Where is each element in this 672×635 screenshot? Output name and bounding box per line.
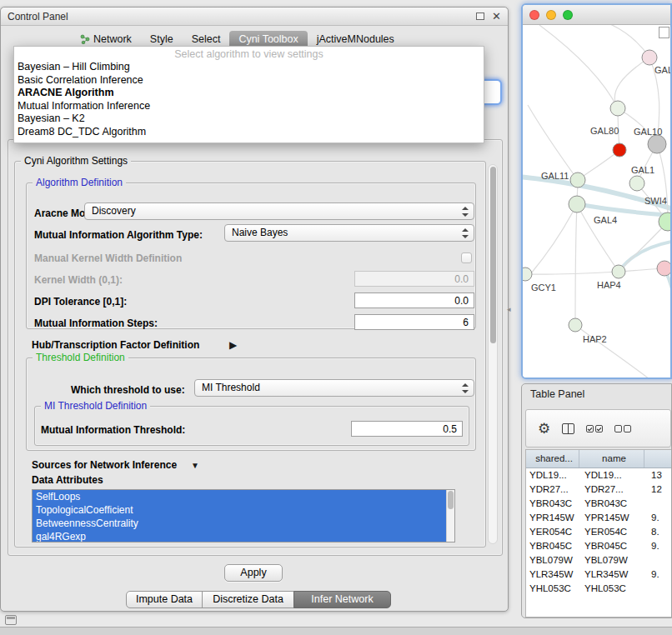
network-edge[interactable] — [539, 25, 618, 108]
manual-kernel-label: Manual Kernel Width Definition — [34, 252, 182, 264]
mi-type-select[interactable]: Naive Bayes — [224, 224, 474, 242]
attribute-rows: SelfLoopsTopologicalCoefficientBetweenne… — [33, 490, 454, 542]
group-title: Algorithm Definition — [33, 177, 126, 188]
network-node[interactable] — [523, 268, 532, 281]
tab-impute-data[interactable]: Impute Data — [126, 591, 203, 608]
network-edge[interactable] — [604, 25, 649, 58]
combo-arrows-icon — [462, 383, 469, 393]
network-node[interactable] — [569, 196, 585, 212]
dpi-tolerance-label: DPI Tolerance [0,1]: — [34, 296, 127, 308]
column-header-shared[interactable]: shared... — [526, 450, 579, 468]
table-toolbar: ⚙ — [525, 409, 671, 448]
attribute-item[interactable]: TopologicalCoefficient — [33, 503, 454, 517]
mi-steps-field[interactable] — [354, 314, 474, 330]
table-cell: YBR045C — [526, 539, 579, 553]
network-edge[interactable] — [525, 272, 619, 274]
network-scroll-button[interactable] — [659, 27, 669, 38]
expand-right-icon[interactable]: ▶ — [229, 339, 237, 351]
close-traffic-light[interactable] — [529, 10, 539, 20]
network-node[interactable] — [610, 101, 625, 116]
group-title: Threshold Definition — [33, 352, 128, 363]
table-row[interactable]: YLR345WYLR345W9. — [526, 568, 672, 582]
attribute-item[interactable]: BetweennessCentrality — [33, 517, 454, 530]
algorithm-dropdown-popup: Select algorithm to view settings Bayesi… — [13, 46, 484, 143]
table-cell: YDR27... — [579, 482, 644, 497]
scrollbar-thumb[interactable] — [490, 167, 496, 343]
table-row[interactable]: YPR145WYPR145W9. — [526, 511, 672, 525]
attribute-item[interactable]: gal4RGexp — [33, 530, 454, 542]
select-all-icon[interactable] — [586, 425, 603, 432]
which-threshold-select[interactable]: MI Threshold — [194, 379, 474, 397]
algorithm-option[interactable]: Dream8 DC_TDC Algorithm — [14, 126, 484, 139]
network-node[interactable] — [648, 135, 666, 153]
collapse-down-icon[interactable]: ▼ — [191, 461, 199, 470]
settings-scrollbar[interactable] — [488, 164, 498, 544]
network-node-label: GAL10 — [634, 127, 662, 137]
network-node[interactable] — [642, 50, 657, 65]
algorithm-option[interactable]: Mutual Information Inference — [14, 100, 484, 113]
dpi-tolerance-field[interactable] — [354, 292, 474, 308]
table-cell: 12 — [644, 482, 672, 497]
network-icon — [80, 34, 90, 44]
manual-kernel-checkbox[interactable] — [461, 252, 472, 263]
column-header-extra[interactable] — [644, 450, 672, 468]
attribute-item[interactable]: SelfLoops — [33, 490, 454, 503]
zoom-traffic-light[interactable] — [563, 10, 573, 20]
scrollbar-thumb[interactable] — [448, 491, 454, 509]
network-edge[interactable] — [528, 105, 578, 180]
attributes-scrollbar[interactable] — [446, 490, 454, 542]
minimize-traffic-light[interactable] — [546, 10, 556, 20]
network-node[interactable] — [613, 143, 626, 157]
deselect-all-icon[interactable] — [614, 425, 631, 432]
table-row[interactable]: YBL079WYBL079W — [526, 553, 672, 568]
aracne-mode-select[interactable]: Discovery — [84, 202, 474, 220]
sources-label[interactable]: Sources for Network Inference — [32, 459, 177, 471]
column-header-name[interactable]: name — [579, 450, 644, 468]
apply-button[interactable]: Apply — [224, 564, 283, 582]
table-body: YDL19...YDL19...13YDR27...YDR27...12YBR0… — [526, 468, 672, 596]
network-node[interactable] — [569, 318, 582, 332]
network-canvas[interactable]: GALGAL80GAL10GAL11GAL1SWI4GAL4GCY1HAP4HA… — [523, 25, 672, 379]
tab-discretize-data[interactable]: Discretize Data — [202, 591, 294, 608]
network-node[interactable] — [612, 265, 625, 278]
mi-steps-label: Mutual Information Steps: — [34, 318, 158, 329]
close-window-icon[interactable]: ✕ — [492, 12, 501, 22]
control-panel-titlebar[interactable]: Control Panel ✕ — [1, 8, 508, 26]
table-row[interactable]: YDL19...YDL19...13 — [526, 468, 672, 482]
mi-threshold-field[interactable] — [351, 421, 463, 437]
table-row[interactable]: YDR27...YDR27...12 — [526, 482, 672, 497]
network-node[interactable] — [629, 176, 644, 191]
algorithm-option[interactable]: ARACNE Algorithm — [14, 87, 484, 100]
network-edge[interactable] — [575, 204, 577, 325]
gear-icon[interactable]: ⚙ — [538, 422, 550, 436]
algorithm-option[interactable]: Basic Correlation Inference — [14, 74, 484, 88]
columns-icon[interactable] — [562, 423, 574, 434]
algorithm-option[interactable]: Bayesian – K2 — [14, 112, 484, 126]
network-node[interactable] — [657, 261, 672, 276]
network-node-label: GAL11 — [541, 171, 569, 181]
table-cell: YLR345W — [526, 568, 579, 582]
network-node[interactable] — [570, 172, 585, 188]
network-edge[interactable] — [575, 325, 649, 379]
panel-divider-handle[interactable]: ◂ — [507, 305, 511, 313]
algorithm-option[interactable]: Bayesian – Hill Climbing — [14, 61, 484, 74]
network-edge[interactable] — [531, 204, 577, 273]
table-row[interactable]: YBR043CYBR043C — [526, 497, 672, 511]
table-row[interactable]: YER054CYER054C8. — [526, 525, 672, 539]
table-row[interactable]: YHL053CYHL053C — [526, 582, 672, 596]
kernel-width-field[interactable] — [354, 271, 474, 287]
minimized-panel-icon[interactable] — [5, 615, 17, 625]
data-attributes-list[interactable]: SelfLoopsTopologicalCoefficientBetweenne… — [32, 489, 455, 542]
table-panel-window: Table Panel ⚙ shared... name YDL19...YDL… — [521, 383, 672, 618]
network-node-label: GCY1 — [531, 282, 556, 292]
table-cell: 9. — [644, 511, 672, 525]
table-cell: YDR27... — [526, 482, 579, 497]
checked-box-icon — [586, 425, 594, 432]
table-row[interactable]: YBR045CYBR045C9. — [526, 539, 672, 553]
node-table[interactable]: shared... name YDL19...YDL19...13YDR27..… — [525, 449, 672, 618]
tab-infer-network[interactable]: Infer Network — [293, 591, 391, 608]
hub-definition-label[interactable]: Hub/Transcription Factor Definition — [32, 339, 199, 351]
table-cell — [644, 497, 672, 511]
network-window-titlebar[interactable] — [523, 5, 670, 25]
float-window-icon[interactable] — [476, 12, 484, 20]
